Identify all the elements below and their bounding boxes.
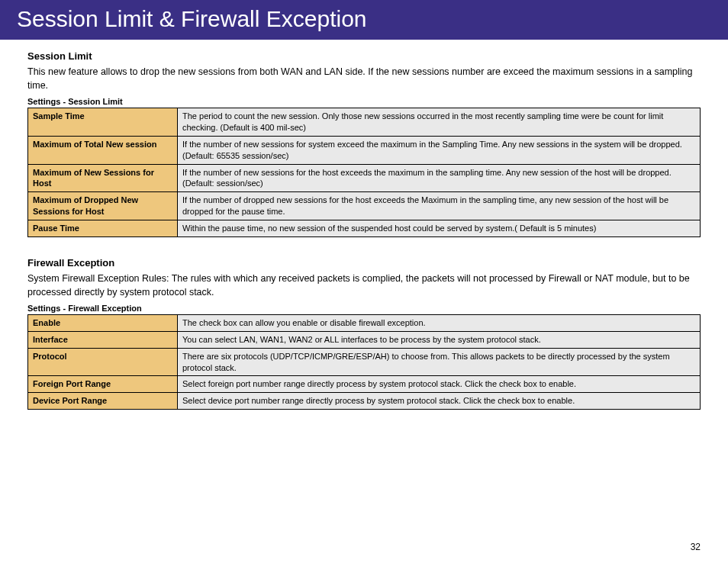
table-row: Maximum of New Sessions for Host If the … <box>28 164 701 192</box>
setting-value: The check box can allow you enable or di… <box>178 315 701 332</box>
setting-key: Pause Time <box>28 220 178 237</box>
setting-key: Maximum of Total New session <box>28 136 178 164</box>
table-row: Sample Time The period to count the new … <box>28 108 701 137</box>
setting-value: There are six protocols (UDP/TCP/ICMP/GR… <box>178 348 701 376</box>
table-row: Enable The check box can allow you enabl… <box>28 315 701 332</box>
firewall-exception-table: Enable The check box can allow you enabl… <box>27 314 701 410</box>
session-limit-description: This new feature allows to drop the new … <box>27 65 701 92</box>
session-limit-heading: Session Limit <box>27 50 701 62</box>
setting-value: You can select LAN, WAN1, WAN2 or ALL in… <box>178 331 701 348</box>
session-limit-section: Session Limit This new feature allows to… <box>27 50 701 237</box>
setting-key: Protocol <box>28 348 178 376</box>
setting-value: Select foreign port number range directl… <box>178 376 701 393</box>
firewall-exception-description: System Firewall Exception Rules: The rul… <box>27 272 701 299</box>
page-title: Session Limit & Firewall Exception <box>17 6 367 31</box>
session-limit-table: Sample Time The period to count the new … <box>27 108 701 237</box>
setting-value: If the number of dropped new sessions fo… <box>178 192 701 220</box>
table-row: Protocol There are six protocols (UDP/TC… <box>28 348 701 376</box>
table-row: Interface You can select LAN, WAN1, WAN2… <box>28 331 701 348</box>
setting-value: Select device port number range directly… <box>178 393 701 410</box>
setting-key: Device Port Range <box>28 393 178 410</box>
setting-key: Foreign Port Range <box>28 376 178 393</box>
firewall-exception-table-caption: Settings - Firewall Exception <box>27 304 701 313</box>
firewall-exception-heading: Firewall Exception <box>27 257 701 269</box>
setting-value: Within the pause time, no new session of… <box>178 220 701 237</box>
page-content: Session Limit This new feature allows to… <box>0 40 728 410</box>
page-number: 32 <box>691 542 701 552</box>
table-row: Foreign Port Range Select foreign port n… <box>28 376 701 393</box>
table-row: Maximum of Total New session If the numb… <box>28 136 701 164</box>
firewall-exception-section: Firewall Exception System Firewall Excep… <box>27 257 701 410</box>
setting-key: Maximum of New Sessions for Host <box>28 164 178 192</box>
setting-key: Enable <box>28 315 178 332</box>
table-row: Pause Time Within the pause time, no new… <box>28 220 701 237</box>
setting-value: If the number of new sessions for system… <box>178 136 701 164</box>
setting-key: Sample Time <box>28 108 178 137</box>
setting-key: Interface <box>28 331 178 348</box>
setting-key: Maximum of Dropped New Sessions for Host <box>28 192 178 220</box>
setting-value: The period to count the new session. Onl… <box>178 108 701 137</box>
setting-value: If the number of new sessions for the ho… <box>178 164 701 192</box>
table-row: Device Port Range Select device port num… <box>28 393 701 410</box>
session-limit-table-caption: Settings - Session Limit <box>27 97 701 106</box>
table-row: Maximum of Dropped New Sessions for Host… <box>28 192 701 220</box>
page-banner: Session Limit & Firewall Exception <box>0 0 728 40</box>
